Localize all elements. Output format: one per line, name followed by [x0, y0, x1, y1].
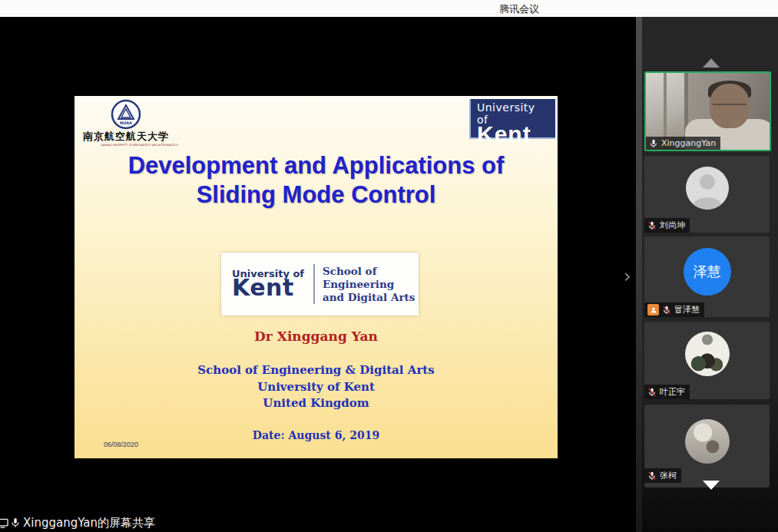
participant-name-tag: XinggangYan [646, 137, 720, 150]
avatar-placeholder [686, 167, 729, 210]
share-banner-text: XinggangYan的屏幕共享 [23, 516, 155, 530]
screen-share-icon [0, 517, 8, 529]
video-person-glasses [713, 104, 747, 110]
participant-name: 张柯 [660, 470, 677, 481]
slide-date-stamp: 06/08/2020 [104, 441, 138, 448]
nuaa-cn-name: 南京航空航天大学 [81, 130, 171, 144]
avatar-photo [685, 419, 730, 464]
affiliation-line1: School of Engineering & Digital Arts [74, 363, 558, 377]
presenter-name: Dr Xinggang Yan [74, 329, 558, 344]
kent-school-logo-box: University of Kent School of Engineering… [221, 253, 419, 316]
app-title: 腾讯会议 [499, 2, 539, 16]
mic-muted-icon [662, 306, 671, 315]
school-name: School of Engineering and Digital Arts [323, 265, 415, 304]
participant-tile[interactable]: 张柯 [644, 405, 770, 487]
participant-name: XinggangYan [661, 138, 716, 148]
slide-title: Development and Applications of Sliding … [74, 151, 558, 210]
nuaa-en-name: NANJING UNIVERSITY OF AERONAUTICS AND AS… [101, 144, 151, 147]
participant-tile[interactable]: 刘尚坤 [644, 156, 770, 233]
microphone-icon [10, 517, 21, 528]
affiliation-line2: University of Kent [74, 380, 558, 394]
kent-logo-small: University of Kent [221, 268, 312, 301]
mic-muted-icon [647, 221, 657, 230]
mic-muted-icon [647, 388, 657, 397]
participant-name: 刘尚坤 [660, 220, 685, 231]
shared-screen-area: NUAA 南京航空航天大学 NANJING UNIVERSITY OF AERO… [0, 17, 636, 532]
participant-name-tag: 叶正宇 [644, 385, 690, 399]
participant-tile[interactable]: 叶正宇 [644, 322, 770, 399]
slide-title-line2: Sliding Mode Control [74, 180, 558, 210]
participant-name-tag: 冒泽慧 [644, 302, 704, 317]
participant-tile[interactable]: XinggangYan [644, 71, 771, 151]
participant-name-tag: 张柯 [644, 468, 681, 483]
school-line2: Engineering [323, 278, 415, 291]
mic-muted-icon [647, 471, 657, 481]
scroll-down-icon[interactable] [703, 481, 720, 490]
sidebar-splitter[interactable] [636, 17, 642, 532]
kent-logo: University of Kent [469, 99, 555, 139]
school-line1: School of [323, 265, 415, 278]
scroll-up-icon[interactable] [703, 58, 720, 68]
logo-divider [313, 264, 315, 304]
participant-name: 冒泽慧 [674, 304, 700, 316]
nuaa-logo: NUAA 南京航空航天大学 NANJING UNIVERSITY OF AERO… [81, 99, 171, 147]
avatar-initials: 泽慧 [684, 248, 731, 296]
mic-on-icon [649, 139, 658, 148]
video-window-background [646, 73, 688, 139]
screen-share-banner: XinggangYan的屏幕共享 [0, 514, 155, 531]
sidebar-collapse-chevron-icon[interactable]: › [624, 267, 631, 286]
affiliation-line3: United Kingdom [74, 396, 558, 410]
window-titlebar: 腾讯会议 [0, 0, 778, 17]
slide-title-line1: Development and Applications of [74, 151, 558, 180]
nuaa-emblem-icon: NUAA [111, 99, 141, 130]
participants-sidebar: XinggangYan 刘尚坤 泽慧 [642, 17, 778, 532]
avatar-photo [685, 332, 730, 376]
school-line3: and Digital Arts [323, 291, 415, 304]
svg-text:NUAA: NUAA [120, 121, 132, 125]
participant-tile[interactable]: 泽慧 冒泽慧 [644, 236, 770, 317]
kent-logo-line2: Kent [477, 121, 549, 147]
participant-name-tag: 刘尚坤 [644, 218, 690, 233]
presentation-slide: NUAA 南京航空航天大学 NANJING UNIVERSITY OF AERO… [74, 96, 558, 458]
participant-name: 叶正宇 [660, 386, 685, 398]
member-badge-icon [647, 304, 659, 316]
date-line: Date: August 6, 2019 [74, 429, 558, 441]
